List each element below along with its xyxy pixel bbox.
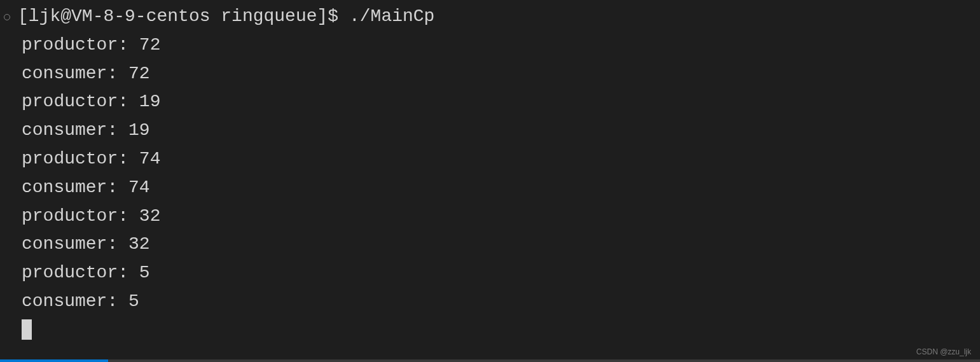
prompt-command: ./MainCp	[349, 6, 434, 26]
output-line: consumer: 72	[4, 60, 980, 88]
terminal-output: productor: 72consumer: 72productor: 19co…	[4, 31, 980, 316]
shell-prompt: [ljk@VM-8-9-centos ringqueue]$ ./MainCp	[18, 3, 434, 31]
output-line: productor: 32	[4, 202, 980, 231]
output-line: productor: 19	[4, 88, 980, 116]
output-line: productor: 5	[4, 259, 980, 288]
output-line: productor: 74	[4, 145, 980, 174]
output-line: consumer: 74	[4, 174, 980, 202]
prompt-line: [ljk@VM-8-9-centos ringqueue]$ ./MainCp	[4, 3, 980, 31]
scrollbar-thumb[interactable]	[0, 359, 108, 362]
output-line: consumer: 5	[4, 288, 980, 316]
scrollbar-track[interactable]	[0, 359, 980, 362]
bullet-icon	[4, 14, 10, 20]
prompt-host: VM-8-9-centos	[71, 6, 210, 26]
cursor-icon	[22, 319, 32, 340]
prompt-symbol: $	[328, 6, 338, 26]
output-line: consumer: 32	[4, 230, 980, 259]
prompt-user: ljk	[29, 6, 60, 26]
watermark-text: CSDN @zzu_ljk	[916, 346, 971, 358]
prompt-dir: ringqueue	[221, 6, 317, 26]
terminal-window[interactable]: [ljk@VM-8-9-centos ringqueue]$ ./MainCp …	[0, 0, 980, 345]
output-line: consumer: 19	[4, 116, 980, 145]
output-line: productor: 72	[4, 31, 980, 60]
